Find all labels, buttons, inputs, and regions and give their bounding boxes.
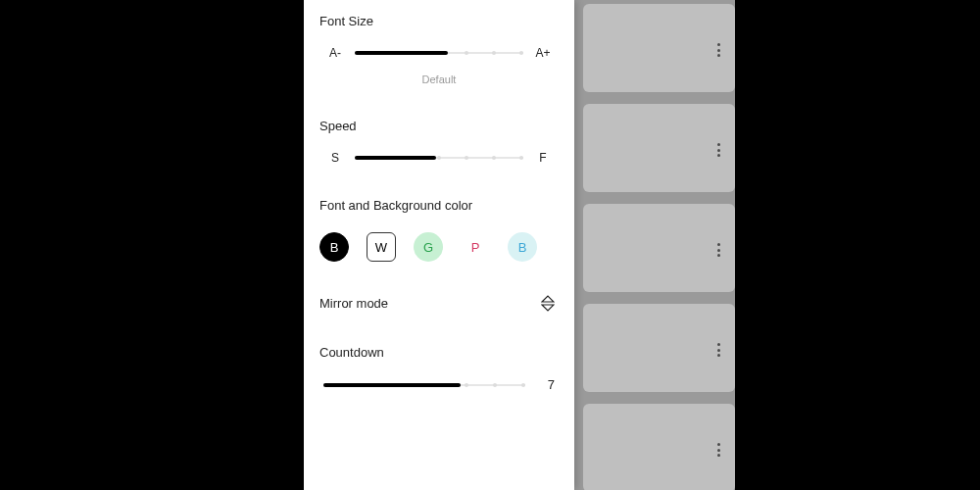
card-overflow-menu[interactable] — [717, 43, 721, 57]
font-size-min-label: A- — [323, 46, 347, 60]
font-size-title: Font Size — [319, 14, 559, 28]
color-swatch-0[interactable]: B — [319, 232, 349, 262]
card-overflow-menu[interactable] — [717, 343, 721, 357]
mirror-mode-icon[interactable] — [537, 295, 559, 312]
font-size-section: Font Size A- A+ Default — [319, 14, 559, 85]
color-title: Font and Background color — [319, 198, 559, 213]
color-swatch-2[interactable]: G — [414, 232, 443, 262]
font-size-max-label: A+ — [531, 46, 555, 60]
settings-sheet: Font Size A- A+ Default Speed S F — [304, 0, 574, 490]
mirror-title: Mirror mode — [319, 296, 388, 311]
font-size-sub-label: Default — [319, 74, 559, 85]
mirror-section: Mirror mode — [319, 295, 559, 312]
card-overflow-menu[interactable] — [717, 243, 721, 257]
color-section: Font and Background color BWGPB — [319, 198, 559, 262]
background-card — [583, 4, 735, 92]
speed-min-label: S — [323, 151, 347, 165]
speed-slider[interactable] — [355, 152, 523, 164]
background-card — [583, 104, 735, 192]
countdown-title: Countdown — [319, 345, 559, 360]
color-swatch-4[interactable]: B — [508, 232, 537, 262]
color-swatch-3[interactable]: P — [461, 232, 490, 262]
speed-section: Speed S F — [319, 119, 559, 165]
speed-max-label: F — [531, 151, 555, 165]
color-swatch-1[interactable]: W — [367, 232, 396, 262]
countdown-slider[interactable] — [323, 379, 525, 391]
font-size-slider[interactable] — [355, 47, 523, 59]
card-overflow-menu[interactable] — [717, 143, 721, 157]
background-card — [583, 404, 735, 490]
background-card — [583, 304, 735, 392]
background-card — [583, 204, 735, 292]
countdown-value: 7 — [535, 377, 555, 392]
speed-title: Speed — [319, 119, 559, 133]
countdown-section: Countdown 7 — [319, 345, 559, 392]
card-overflow-menu[interactable] — [717, 443, 721, 457]
